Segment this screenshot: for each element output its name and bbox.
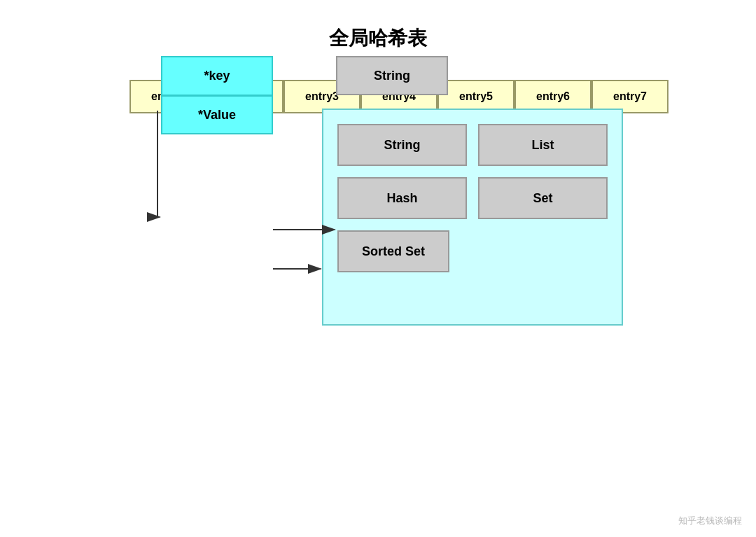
page-container: 全局哈希表 entry1 entry2 entry3 entry4 entry5… (0, 0, 756, 537)
string-key-box: String (336, 56, 448, 95)
type-string: String (337, 124, 467, 166)
value-grid: String List Hash Set (337, 124, 608, 219)
value-container: String List Hash Set Sorted Set (322, 109, 623, 326)
value-cell: *Value (161, 95, 273, 134)
type-list: List (478, 124, 608, 166)
type-set: Set (478, 177, 608, 219)
type-hash: Hash (337, 177, 467, 219)
watermark: 知乎老钱谈编程 (678, 515, 742, 527)
kv-box: *key *Value (161, 56, 273, 134)
sorted-set-row: Sorted Set (337, 230, 608, 272)
key-cell: *key (161, 56, 273, 95)
type-sorted-set: Sorted Set (337, 230, 449, 272)
